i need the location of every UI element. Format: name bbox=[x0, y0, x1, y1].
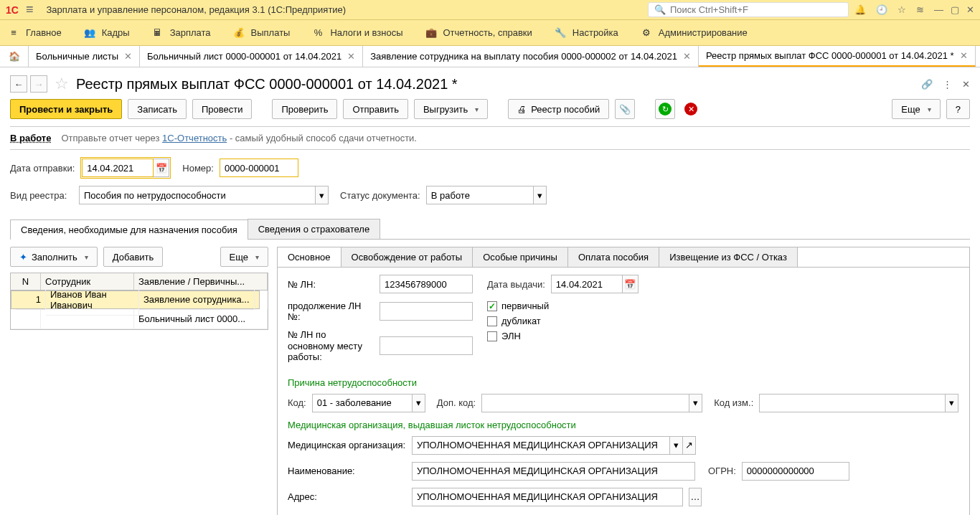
chevron-down-icon[interactable]: ▾ bbox=[316, 186, 329, 204]
forward-button: → bbox=[30, 75, 47, 93]
open-icon[interactable]: ↗ bbox=[683, 436, 696, 455]
export-button[interactable]: Выгрузить bbox=[414, 99, 488, 119]
bell-icon[interactable]: 🔔 bbox=[854, 4, 866, 15]
check-button[interactable]: Проверить bbox=[272, 99, 337, 119]
refresh-button[interactable]: ↻ bbox=[655, 99, 675, 119]
ellipsis-icon[interactable]: … bbox=[689, 488, 702, 506]
tab-special[interactable]: Особые причины bbox=[473, 247, 568, 267]
tab-insurer-info[interactable]: Сведения о страхователе bbox=[248, 219, 380, 239]
tab-close-icon[interactable]: ✕ bbox=[683, 51, 691, 62]
menu-icon[interactable]: ≡ bbox=[26, 2, 34, 17]
grid-col-document[interactable]: Заявление / Первичны... bbox=[134, 273, 268, 290]
calculator-icon: 🖩 bbox=[151, 27, 164, 39]
maximize-icon[interactable]: ▢ bbox=[951, 4, 959, 15]
link-icon[interactable]: 🔗 bbox=[921, 79, 933, 90]
menu-personnel[interactable]: 👥Кадры bbox=[83, 27, 130, 39]
cancel-button[interactable]: ✕ bbox=[681, 99, 701, 119]
star-icon[interactable]: ☆ bbox=[897, 4, 906, 15]
close-icon[interactable]: ✕ bbox=[966, 4, 974, 15]
post-close-button[interactable]: Провести и закрыть bbox=[10, 99, 122, 119]
tab-close-icon[interactable]: ✕ bbox=[960, 50, 968, 61]
employee-grid[interactable]: N Сотрудник Заявление / Первичны... 1 Ив… bbox=[10, 273, 268, 330]
help-button[interactable]: ? bbox=[946, 99, 970, 119]
calendar-icon[interactable]: 📅 bbox=[623, 275, 639, 293]
add-code-select[interactable] bbox=[481, 394, 689, 412]
filter-icon[interactable]: ≋ bbox=[916, 4, 924, 15]
doc-tab-2[interactable]: Больничный лист 0000-000001 от 14.04.202… bbox=[140, 46, 363, 67]
wizard-icon: ✦ bbox=[19, 252, 27, 263]
home-tab[interactable]: 🏠 bbox=[0, 46, 29, 67]
primary-checkbox[interactable] bbox=[487, 301, 497, 311]
tab-leave[interactable]: Освобождение от работы bbox=[341, 247, 473, 267]
history-icon[interactable]: 🕘 bbox=[876, 4, 887, 15]
add-button[interactable]: Добавить bbox=[103, 247, 163, 267]
post-button[interactable]: Провести bbox=[192, 99, 253, 119]
menu-reports[interactable]: 💼Отчетность, справки bbox=[425, 27, 532, 39]
send-button[interactable]: Отправить bbox=[343, 99, 407, 119]
code-select[interactable]: 01 - заболевание bbox=[312, 394, 413, 412]
document-tabs: 🏠 Больничные листы✕ Больничный лист 0000… bbox=[0, 46, 980, 67]
search-input[interactable] bbox=[670, 4, 842, 15]
tab-assignment-info[interactable]: Сведения, необходимые для назначения пос… bbox=[10, 219, 248, 240]
name-input[interactable] bbox=[412, 462, 695, 481]
calendar-icon[interactable]: 📅 bbox=[154, 159, 169, 177]
tab-fss-notice[interactable]: Извещение из ФСС / Отказ bbox=[659, 247, 798, 267]
issue-date-input[interactable] bbox=[551, 275, 623, 293]
table-row[interactable]: 1 Иванов Иван Иванович Заявление сотрудн… bbox=[11, 290, 260, 309]
table-row[interactable]: Больничный лист 0000... bbox=[11, 309, 268, 329]
doc-tab-4[interactable]: Реестр прямых выплат ФСС 0000-000001 от … bbox=[699, 46, 976, 67]
doc-tab-1[interactable]: Больничные листы✕ bbox=[29, 46, 140, 67]
main-ln-input[interactable] bbox=[380, 336, 473, 355]
grid-col-n[interactable]: N bbox=[11, 273, 41, 290]
doc-status-select[interactable]: В работе bbox=[426, 186, 534, 204]
number-input[interactable] bbox=[220, 159, 298, 177]
menu-admin[interactable]: ⚙Администрирование bbox=[640, 27, 748, 39]
close-page-icon[interactable]: ✕ bbox=[962, 79, 970, 90]
eln-checkbox[interactable] bbox=[487, 331, 497, 341]
gear-icon: ⚙ bbox=[640, 27, 653, 39]
change-code-label: Код изм.: bbox=[714, 397, 753, 408]
doc-tab-3[interactable]: Заявление сотрудника на выплату пособия … bbox=[363, 46, 699, 67]
send-date-input[interactable] bbox=[82, 159, 154, 177]
chevron-down-icon[interactable]: ▾ bbox=[689, 394, 702, 412]
med-org-select[interactable]: УПОЛНОМОЧЕННАЯ МЕДИЦИНСКАЯ ОРГАНИЗАЦИЯ bbox=[412, 436, 670, 455]
grid-more-button[interactable]: Еще bbox=[220, 247, 268, 267]
change-code-select[interactable] bbox=[759, 394, 946, 412]
tab-close-icon[interactable]: ✕ bbox=[347, 51, 355, 62]
type-select[interactable]: Пособия по нетрудоспособности bbox=[79, 186, 316, 204]
save-button[interactable]: Записать bbox=[128, 99, 187, 119]
search-box[interactable]: 🔍 bbox=[648, 2, 849, 17]
duplicate-checkbox[interactable] bbox=[487, 316, 497, 326]
addr-input[interactable] bbox=[412, 488, 683, 506]
nav-buttons: ← → bbox=[10, 75, 47, 93]
attach-button[interactable]: 📎 bbox=[615, 99, 635, 119]
tab-close-icon[interactable]: ✕ bbox=[124, 51, 132, 62]
menu-salary[interactable]: 🖩Зарплата bbox=[151, 27, 211, 39]
cont-ln-input[interactable] bbox=[380, 302, 473, 321]
menu-taxes[interactable]: %Налоги и взносы bbox=[311, 27, 402, 39]
chevron-down-icon[interactable]: ▾ bbox=[534, 186, 547, 204]
favorite-button[interactable]: ☆ bbox=[55, 75, 69, 93]
reporting-link[interactable]: 1С-Отчетность bbox=[162, 133, 227, 143]
menu-payments[interactable]: 💰Выплаты bbox=[232, 27, 291, 39]
menu-settings[interactable]: 🔧Настройка bbox=[554, 27, 618, 39]
tab-main[interactable]: Основное bbox=[278, 247, 341, 267]
ln-input[interactable] bbox=[380, 275, 473, 293]
back-button[interactable]: ← bbox=[10, 75, 27, 93]
status-label[interactable]: В работе bbox=[10, 133, 51, 143]
chevron-down-icon[interactable]: ▾ bbox=[946, 394, 958, 412]
list-icon: ≡ bbox=[7, 27, 20, 39]
fill-button[interactable]: ✦Заполнить bbox=[10, 247, 98, 267]
minimize-icon[interactable]: — bbox=[934, 4, 943, 15]
tab-payment[interactable]: Оплата пособия bbox=[568, 247, 659, 267]
chevron-down-icon[interactable]: ▾ bbox=[413, 394, 425, 412]
ogrn-input[interactable] bbox=[742, 462, 849, 481]
menu-main[interactable]: ≡Главное bbox=[7, 27, 62, 39]
chevron-down-icon[interactable]: ▾ bbox=[670, 436, 683, 455]
registry-button[interactable]: 🖨Реестр пособий bbox=[508, 99, 609, 119]
ogrn-label: ОГРН: bbox=[708, 466, 736, 476]
top-icons: 🔔 🕘 ☆ ≋ bbox=[854, 4, 924, 15]
more-icon[interactable]: ⋮ bbox=[943, 79, 952, 90]
more-button[interactable]: Еще bbox=[892, 99, 940, 119]
grid-cell-n bbox=[11, 309, 41, 329]
